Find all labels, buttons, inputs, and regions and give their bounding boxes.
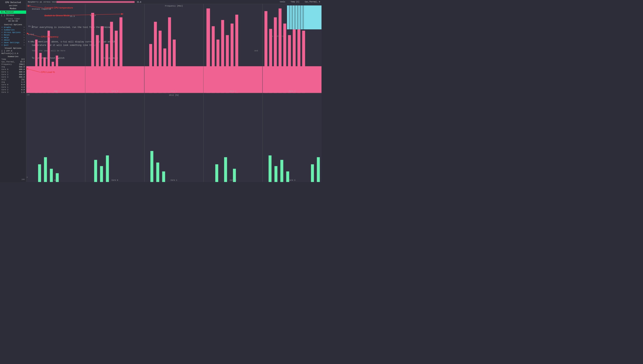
freq-chart-title: Frequency [MHz] bbox=[165, 5, 183, 7]
summary-temp-header: Temp [C] bbox=[0, 58, 26, 60]
util-core0-label: Core 0 bbox=[112, 179, 118, 181]
util-core0-row: Core 0 0.0 bbox=[0, 84, 26, 86]
freq-label: Frequency bbox=[2, 63, 12, 66]
summary-util-header: Util [%] bbox=[0, 78, 26, 81]
freq-charts-row: 1500 0.0 Frequency [MHz] bbox=[26, 4, 321, 93]
freq-core3-row: Core 3 600.0 bbox=[0, 76, 26, 78]
cpu-thermal-label: Cpu_Thermal, bbox=[2, 61, 15, 63]
temp-label: Temp bbox=[2, 58, 6, 60]
util-core1-value: 4.9 bbox=[21, 86, 25, 88]
charts-area: Install required 23.3 tools After everyt… bbox=[26, 4, 321, 182]
util-label: Util bbox=[2, 78, 6, 81]
menu-summaries[interactable]: < Summaries > bbox=[0, 29, 26, 31]
refresh-option: Refresh[s]:2.0 bbox=[0, 52, 26, 55]
freq-core2-label: Core 2 bbox=[230, 90, 236, 92]
control-options-label: Control Options bbox=[0, 23, 26, 26]
util-core2-value: 0.0 bbox=[21, 89, 25, 91]
summary-freq-header: Frequency [MHz] bbox=[0, 63, 26, 66]
freq-core3-value: 600.0 bbox=[19, 76, 25, 78]
charset-option[interactable]: [ ] UTF-8 bbox=[0, 50, 26, 52]
freq-avg-svg bbox=[26, 4, 85, 93]
temp-bar-svg: 35.0 bbox=[57, 0, 280, 4]
stress-timer-value: 00:00:00 bbox=[2, 20, 25, 22]
freq-core1-label: Core 1 bbox=[171, 90, 177, 92]
util-chart-title: Util [%] bbox=[169, 94, 179, 96]
modes-label: Modes bbox=[0, 7, 26, 10]
menu-stress-options[interactable]: < Stress Options > bbox=[0, 31, 26, 34]
cyan-box bbox=[287, 4, 321, 29]
freq-chart-core2: Core 2 bbox=[203, 4, 263, 93]
util-core3-svg bbox=[263, 93, 321, 182]
main-layout: CPU Detected aarch64 Modes X) Monitor ( … bbox=[0, 0, 321, 182]
svg-rect-23 bbox=[144, 66, 203, 93]
menu-save-settings[interactable]: < Save Settings > bbox=[0, 41, 26, 44]
freq-core0-value: 600.0 bbox=[19, 68, 25, 70]
freq-core2-svg bbox=[203, 4, 262, 93]
cpu-detected-label: CPU Detected bbox=[0, 1, 26, 4]
main-content: Raspberry pi stress test 35.0 tools Temp… bbox=[26, 0, 321, 182]
svg-rect-49 bbox=[150, 151, 153, 182]
util-core1-label: Core 1 bbox=[171, 179, 177, 181]
mode-stress[interactable]: ( ) Stress bbox=[0, 14, 26, 17]
menu-reset[interactable]: < Reset > bbox=[0, 34, 26, 36]
svg-rect-43 bbox=[44, 157, 47, 182]
svg-rect-50 bbox=[156, 162, 159, 182]
util-charts-row: 100 0 Util [%] Avg bbox=[26, 93, 321, 182]
util-core3-value: 1.0 bbox=[21, 91, 25, 93]
util-core3-label: Core 3 bbox=[289, 179, 295, 181]
util-avg-row: Avg 1.4 bbox=[0, 81, 26, 84]
cyan-box-svg bbox=[287, 4, 321, 29]
summaries-label: Summaries bbox=[0, 55, 26, 58]
freq-avg-label: Avg bbox=[54, 90, 57, 92]
svg-rect-64 bbox=[292, 4, 293, 29]
menu-quit[interactable]: < Quit > bbox=[0, 44, 26, 46]
freq-y-min: 0.0 bbox=[26, 88, 30, 89]
menu-about[interactable]: < About > bbox=[0, 39, 26, 41]
temp-unit: [C] bbox=[21, 58, 25, 60]
svg-rect-56 bbox=[275, 166, 277, 182]
freq-chart-core1: Core 1 bbox=[144, 4, 203, 93]
freq-core0-svg bbox=[85, 4, 144, 93]
stress-timer-section: Stress Timer 00:00:00 bbox=[0, 17, 26, 23]
util-core0-value: 0.0 bbox=[21, 84, 25, 86]
util-avg-value: 1.4 bbox=[21, 81, 25, 83]
svg-rect-41 bbox=[263, 66, 321, 93]
freq-core1-value: 600.0 bbox=[19, 71, 25, 73]
util-unit: [%] bbox=[21, 78, 25, 81]
svg-rect-8 bbox=[26, 66, 85, 93]
util-chart-core0: Core 0 bbox=[85, 93, 144, 182]
svg-rect-42 bbox=[38, 164, 41, 182]
svg-rect-60 bbox=[317, 157, 320, 182]
stress-timer-label: Stress Timer bbox=[2, 18, 25, 20]
util-chart-core2: Core 2 bbox=[203, 93, 263, 182]
menu-graphs[interactable]: < Graphs > bbox=[0, 26, 26, 29]
util-avg-label: Avg bbox=[54, 179, 57, 181]
svg-rect-67 bbox=[300, 4, 301, 29]
mode-monitor[interactable]: X) Monitor bbox=[0, 10, 26, 14]
freq-avg-value: 600.0 bbox=[19, 66, 25, 68]
util-chart-core1: Core 1 bbox=[144, 93, 203, 182]
temp-bar-area: 35.0 bbox=[57, 0, 280, 4]
freq-core2-row: Core 2 600.0 bbox=[0, 73, 26, 76]
freq-unit: [MHz] bbox=[19, 63, 25, 66]
menu-help[interactable]: < Help > bbox=[0, 36, 26, 39]
util-y-max: 100 bbox=[26, 94, 30, 96]
svg-rect-66 bbox=[297, 4, 298, 29]
freq-avg-row: Avg 600.0 bbox=[0, 66, 26, 68]
svg-rect-57 bbox=[280, 160, 283, 182]
freq-core1-row: Core 1 600.0 bbox=[0, 71, 26, 73]
util-core3-row: Core 3 1.0 bbox=[0, 91, 26, 94]
svg-rect-68 bbox=[302, 4, 304, 29]
svg-rect-47 bbox=[100, 166, 103, 182]
svg-rect-48 bbox=[106, 155, 109, 182]
svg-rect-53 bbox=[224, 157, 227, 182]
top-bar: Raspberry pi stress test 35.0 tools Temp… bbox=[26, 0, 321, 4]
freq-core0-row: Core 0 600.0 bbox=[0, 68, 26, 71]
svg-rect-52 bbox=[215, 164, 218, 182]
svg-rect-51 bbox=[162, 171, 165, 182]
util-core2-row: Core 2 0.0 bbox=[0, 88, 26, 91]
util-core0-svg bbox=[85, 93, 144, 182]
freq-core3-label: Core 3 bbox=[289, 90, 295, 92]
topbar-tools: tools bbox=[280, 1, 285, 3]
visual-options-label: Visual Options bbox=[0, 46, 26, 50]
